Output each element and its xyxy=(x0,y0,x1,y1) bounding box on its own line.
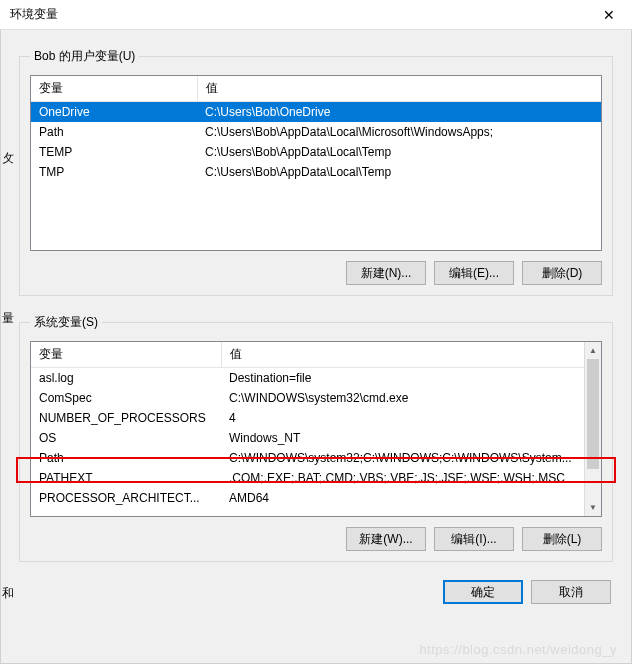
table-row[interactable]: ComSpec C:\WINDOWS\system32\cmd.exe xyxy=(31,388,584,408)
var-value: Windows_NT xyxy=(221,428,584,448)
var-name: PATHEXT xyxy=(31,468,221,488)
var-value: C:\Users\Bob\OneDrive xyxy=(197,102,601,123)
var-value: C:\WINDOWS\system32\cmd.exe xyxy=(221,388,584,408)
table-row[interactable]: OS Windows_NT xyxy=(31,428,584,448)
table-row[interactable]: OneDrive C:\Users\Bob\OneDrive xyxy=(31,102,601,123)
system-variables-group: 系统变量(S) 变量 值 asl.log Destination=file xyxy=(19,314,613,562)
user-buttons-row: 新建(N)... 编辑(E)... 删除(D) xyxy=(30,261,602,285)
var-value: AMD64 xyxy=(221,488,584,508)
system-variables-legend: 系统变量(S) xyxy=(30,314,102,331)
close-icon: ✕ xyxy=(603,7,615,23)
var-name: ComSpec xyxy=(31,388,221,408)
scrollbar[interactable]: ▲ ▼ xyxy=(584,342,601,516)
watermark: https://blog.csdn.net/weidong_y xyxy=(419,642,617,657)
col-header-value[interactable]: 值 xyxy=(221,342,584,368)
edit-sys-var-button[interactable]: 编辑(I)... xyxy=(434,527,514,551)
user-variables-legend: Bob 的用户变量(U) xyxy=(30,48,139,65)
var-value: .COM;.EXE;.BAT;.CMD;.VBS;.VBE;.JS;.JSE;.… xyxy=(221,468,584,488)
delete-sys-var-button[interactable]: 删除(L) xyxy=(522,527,602,551)
var-value: C:\Users\Bob\AppData\Local\Microsoft\Win… xyxy=(197,122,601,142)
titlebar: 环境变量 ✕ xyxy=(0,0,632,30)
var-name: OneDrive xyxy=(31,102,197,123)
var-value: 4 xyxy=(221,408,584,428)
var-name: Path xyxy=(31,448,221,468)
scroll-up-icon[interactable]: ▲ xyxy=(585,342,601,359)
table-row[interactable]: asl.log Destination=file xyxy=(31,368,584,389)
col-header-value[interactable]: 值 xyxy=(197,76,601,102)
delete-user-var-button[interactable]: 删除(D) xyxy=(522,261,602,285)
table-row[interactable]: TMP C:\Users\Bob\AppData\Local\Temp xyxy=(31,162,601,182)
table-row[interactable]: Path C:\WINDOWS\system32;C:\WINDOWS;C:\W… xyxy=(31,448,584,468)
edge-text: 量 xyxy=(2,310,14,327)
table-row[interactable]: PROCESSOR_ARCHITECT... AMD64 xyxy=(31,488,584,508)
edit-user-var-button[interactable]: 编辑(E)... xyxy=(434,261,514,285)
col-header-variable[interactable]: 变量 xyxy=(31,342,221,368)
var-name: Path xyxy=(31,122,197,142)
var-name: TMP xyxy=(31,162,197,182)
table-row[interactable]: PATHEXT .COM;.EXE;.BAT;.CMD;.VBS;.VBE;.J… xyxy=(31,468,584,488)
window-title: 环境变量 xyxy=(10,6,58,23)
var-name: PROCESSOR_ARCHITECT... xyxy=(31,488,221,508)
col-header-variable[interactable]: 变量 xyxy=(31,76,197,102)
table-row[interactable]: TEMP C:\Users\Bob\AppData\Local\Temp xyxy=(31,142,601,162)
table-row[interactable]: Path C:\Users\Bob\AppData\Local\Microsof… xyxy=(31,122,601,142)
system-variables-table-wrap[interactable]: 变量 值 asl.log Destination=file ComSpec C:… xyxy=(30,341,602,517)
user-variables-group: Bob 的用户变量(U) 变量 值 OneDrive C:\Users\Bob\… xyxy=(19,48,613,296)
ok-button[interactable]: 确定 xyxy=(443,580,523,604)
close-button[interactable]: ✕ xyxy=(586,0,632,30)
user-variables-table: 变量 值 OneDrive C:\Users\Bob\OneDrive Path… xyxy=(31,76,601,182)
var-name: NUMBER_OF_PROCESSORS xyxy=(31,408,221,428)
scroll-down-icon[interactable]: ▼ xyxy=(585,499,601,516)
new-sys-var-button[interactable]: 新建(W)... xyxy=(346,527,426,551)
new-user-var-button[interactable]: 新建(N)... xyxy=(346,261,426,285)
scroll-thumb[interactable] xyxy=(587,359,599,469)
edge-text: 攵 xyxy=(2,150,14,167)
var-value: C:\Users\Bob\AppData\Local\Temp xyxy=(197,142,601,162)
var-value: Destination=file xyxy=(221,368,584,389)
dialog-buttons-row: 确定 取消 xyxy=(19,580,613,604)
edge-text: 和 xyxy=(2,585,14,602)
table-row[interactable]: NUMBER_OF_PROCESSORS 4 xyxy=(31,408,584,428)
system-table-outer: 变量 值 asl.log Destination=file ComSpec C:… xyxy=(30,341,602,517)
system-buttons-row: 新建(W)... 编辑(I)... 删除(L) xyxy=(30,527,602,551)
var-value: C:\WINDOWS\system32;C:\WINDOWS;C:\WINDOW… xyxy=(221,448,584,468)
var-name: asl.log xyxy=(31,368,221,389)
var-name: OS xyxy=(31,428,221,448)
var-name: TEMP xyxy=(31,142,197,162)
cancel-button[interactable]: 取消 xyxy=(531,580,611,604)
var-value: C:\Users\Bob\AppData\Local\Temp xyxy=(197,162,601,182)
user-variables-table-wrap[interactable]: 变量 值 OneDrive C:\Users\Bob\OneDrive Path… xyxy=(30,75,602,251)
system-variables-table: 变量 值 asl.log Destination=file ComSpec C:… xyxy=(31,342,584,508)
dialog-body: 攵 量 和 Bob 的用户变量(U) 变量 值 OneDrive C:\User… xyxy=(0,30,632,664)
